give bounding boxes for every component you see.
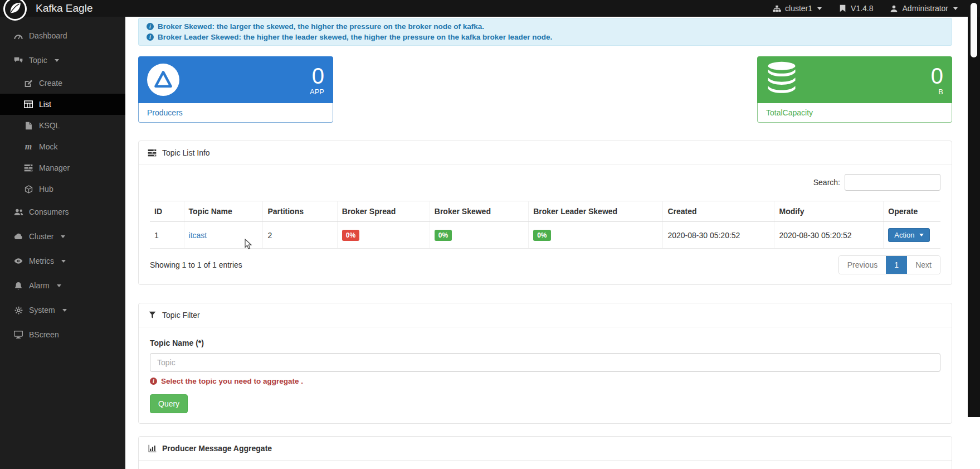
producer-aggregate-panel: Producer Message Aggregate	[138, 436, 952, 469]
sidebar-item-cluster[interactable]: Cluster	[0, 224, 125, 249]
top-navbar: Kafka Eagle cluster1 V1.4.8 Administrato…	[0, 0, 980, 17]
user-name: Administrator	[903, 4, 948, 13]
producers-card: 0 APP Producers	[138, 56, 333, 123]
pagination: Previous 1 Next	[838, 255, 940, 274]
column-header-broker-leader-skewed[interactable]: Broker Leader Skewed	[529, 201, 663, 222]
sidebar-item-label: List	[39, 100, 51, 109]
topic-list-panel: Topic List Info Search: ID Topic Name Pa…	[138, 141, 952, 285]
sidebar-item-label: System	[29, 306, 55, 315]
sidebar-item-metrics[interactable]: Metrics	[0, 249, 125, 273]
mock-icon: m	[23, 142, 33, 151]
sidebar-item-consumers[interactable]: Consumers	[0, 200, 125, 224]
alert-text: Broker Leader Skewed: the higher the lea…	[158, 32, 552, 42]
comments-icon	[13, 56, 23, 65]
cube-icon	[23, 185, 33, 194]
sidebar-item-label: Mock	[39, 142, 57, 151]
topic-filter-panel: Topic Filter Topic Name (*) i Select the…	[138, 303, 952, 424]
capacity-unit: B	[931, 88, 943, 96]
topic-filter-input[interactable]	[150, 353, 940, 372]
sidebar-item-hub[interactable]: Hub	[0, 178, 125, 200]
tasks-icon	[147, 148, 157, 157]
scrollbar-thumb[interactable]	[971, 3, 977, 57]
tasks-icon	[23, 163, 33, 172]
info-circle-icon: i	[150, 378, 157, 385]
sidebar-item-mock[interactable]: m Mock	[0, 136, 125, 157]
user-dropdown[interactable]: Administrator	[889, 4, 958, 13]
info-alert: i Broker Skewed: the larger the skewed, …	[138, 18, 952, 46]
sidebar-item-bscreen[interactable]: BScreen	[0, 322, 125, 347]
sidebar-item-manager[interactable]: Manager	[0, 157, 125, 178]
version-badge: V1.4.8	[837, 4, 873, 13]
user-icon	[889, 4, 899, 13]
bell-icon	[13, 281, 23, 290]
sidebar-item-label: Dashboard	[29, 31, 67, 40]
chevron-down-icon	[57, 284, 61, 287]
desktop-icon	[13, 330, 23, 339]
cell-id: 1	[150, 222, 184, 249]
sidebar-item-list[interactable]: List	[0, 94, 125, 115]
cluster-dropdown[interactable]: cluster1	[772, 4, 822, 13]
cell-created: 2020-08-30 05:20:52	[663, 222, 774, 249]
sidebar-item-label: Create	[39, 79, 62, 88]
sidebar-item-ksql[interactable]: KSQL	[0, 115, 125, 136]
sidebar-item-label: Topic	[29, 56, 47, 65]
topic-list-heading: Topic List Info	[139, 141, 952, 165]
sidebar-item-dashboard[interactable]: Dashboard	[0, 23, 125, 48]
bookmark-icon	[837, 4, 847, 13]
aggregate-hint: i Select the topic you need to aggregate…	[150, 377, 940, 385]
search-input[interactable]	[845, 174, 940, 191]
table-row: 1 itcast 2 0% 0% 0% 2020-08-30 05:20:52 …	[150, 222, 940, 249]
query-button[interactable]: Query	[150, 394, 188, 413]
topic-link[interactable]: itcast	[189, 231, 207, 240]
alert-text: Broker Skewed: the larger the skewed, th…	[158, 21, 484, 32]
action-dropdown-button[interactable]: Action	[888, 228, 930, 242]
column-header-broker-spread[interactable]: Broker Spread	[337, 201, 430, 222]
scrollbar-track[interactable]	[968, 17, 980, 417]
database-icon	[766, 61, 797, 99]
broker-skewed-badge: 0%	[435, 230, 452, 241]
producer-aggregate-heading: Producer Message Aggregate	[139, 437, 952, 461]
version-text: V1.4.8	[851, 4, 873, 13]
action-label: Action	[894, 231, 914, 239]
info-circle-icon: i	[147, 33, 154, 41]
dashboard-icon	[13, 31, 23, 40]
sidebar-item-create[interactable]: Create	[0, 72, 125, 94]
column-header-broker-skewed[interactable]: Broker Skewed	[430, 201, 528, 222]
sidebar-item-label: Hub	[39, 185, 53, 194]
hint-text: Select the topic you need to aggregate .	[161, 377, 303, 385]
sidebar-item-topic[interactable]: Topic	[0, 48, 125, 72]
topic-table: ID Topic Name Partitions Broker Spread B…	[150, 201, 940, 249]
chevron-down-icon	[55, 59, 59, 62]
column-header-partitions[interactable]: Partitions	[263, 201, 337, 222]
producers-count: 0	[310, 64, 324, 88]
edit-icon	[23, 79, 33, 88]
producers-link[interactable]: Producers	[138, 103, 333, 123]
bar-chart-icon	[147, 444, 157, 453]
capacity-count: 0	[931, 64, 943, 88]
broker-spread-badge: 0%	[342, 230, 359, 241]
column-header-modify[interactable]: Modify	[774, 201, 884, 222]
app-title: Kafka Eagle	[36, 0, 92, 17]
sidebar-item-label: Manager	[39, 163, 70, 172]
search-label: Search:	[813, 178, 840, 187]
sitemap-icon	[772, 4, 782, 13]
chevron-down-icon	[817, 7, 822, 10]
panel-title: Producer Message Aggregate	[162, 444, 272, 453]
users-icon	[13, 207, 23, 216]
gear-icon	[13, 306, 23, 315]
sidebar-item-alarm[interactable]: Alarm	[0, 273, 125, 298]
total-capacity-link[interactable]: TotalCapacity	[757, 103, 952, 123]
sidebar-item-label: Metrics	[29, 257, 54, 265]
column-header-operate[interactable]: Operate	[884, 201, 940, 222]
chevron-down-icon	[61, 235, 65, 238]
topic-filter-heading: Topic Filter	[139, 303, 952, 327]
previous-page-button[interactable]: Previous	[839, 256, 886, 274]
cell-partitions: 2	[263, 222, 337, 249]
column-header-created[interactable]: Created	[663, 201, 774, 222]
next-page-button[interactable]: Next	[907, 256, 940, 274]
column-header-id[interactable]: ID	[150, 201, 184, 222]
entries-summary: Showing 1 to 1 of 1 entries	[150, 260, 242, 269]
page-1-button[interactable]: 1	[886, 256, 907, 274]
column-header-topic-name[interactable]: Topic Name	[184, 201, 263, 222]
sidebar-item-system[interactable]: System	[0, 298, 125, 322]
